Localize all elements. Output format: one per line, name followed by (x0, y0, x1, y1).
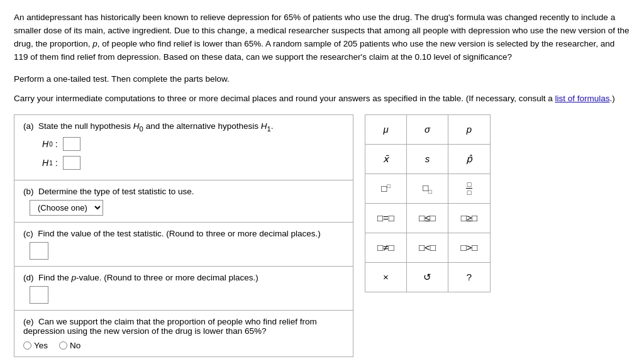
yes-text: Yes (34, 341, 48, 350)
h0-input[interactable] (63, 137, 80, 151)
list-of-formulas-link[interactable]: list of formulas (555, 94, 609, 103)
mu-symbol[interactable]: μ (365, 115, 407, 144)
no-text: No (70, 341, 80, 350)
question-e: (e) Can we support the claim that the pr… (14, 311, 353, 356)
h1-input[interactable] (63, 156, 80, 170)
equals-symbol[interactable]: □=□ (365, 204, 407, 233)
question-d-label: (d) Find the p-value. (Round to three or… (23, 273, 344, 282)
symbol-row-3: □□ □□ □□ (365, 174, 490, 204)
symbol-panel-inner: μ σ p x̄ s p̂ □□ □□ □□ (365, 115, 490, 292)
leq-symbol[interactable]: □≤□ (407, 204, 448, 233)
p-symbol[interactable]: p (448, 115, 490, 144)
gt-symbol[interactable]: □>□ (448, 233, 490, 262)
h1-line: H1 : (42, 156, 344, 170)
question-e-label: (e) Can we support the claim that the pr… (23, 317, 344, 336)
question-d: (d) Find the p-value. (Round to three or… (14, 267, 353, 311)
symbol-row-1: μ σ p (365, 115, 490, 145)
symbol-row-2: x̄ s p̂ (365, 145, 490, 174)
yes-no-group: Yes No (23, 341, 344, 350)
undo-symbol[interactable]: ↺ (407, 263, 448, 292)
question-c: (c) Find the value of the test statistic… (14, 223, 353, 267)
question-c-label: (c) Find the value of the test statistic… (23, 229, 344, 238)
symbol-row-4: □=□ □≤□ □≥□ (365, 204, 490, 233)
square-subscript-symbol[interactable]: □□ (407, 174, 448, 203)
symbol-row-6: × ↺ ? (365, 263, 490, 292)
question-a: (a) State the null hypothesis H0 and the… (14, 115, 353, 181)
h1-symbol: H (42, 158, 48, 168)
h1-colon: : (55, 158, 58, 168)
phat-symbol[interactable]: p̂ (448, 145, 490, 174)
yes-label[interactable]: Yes (23, 341, 48, 350)
question-b-label: (b) Determine the type of test statistic… (23, 187, 344, 196)
symbol-row-5: □≠□ □<□ □>□ (365, 233, 490, 263)
yes-radio[interactable] (23, 341, 31, 350)
geq-symbol[interactable]: □≥□ (448, 204, 490, 233)
question-symbol[interactable]: ? (448, 263, 490, 292)
h0-subscript: 0 (49, 141, 53, 148)
lt-symbol[interactable]: □<□ (407, 233, 448, 262)
h0-colon: : (55, 139, 58, 149)
h0-symbol: H (42, 139, 48, 149)
main-layout: (a) State the null hypothesis H0 and the… (14, 114, 630, 358)
intro-paragraph: An antidepressant has historically been … (14, 11, 630, 64)
question-b: (b) Determine the type of test statistic… (14, 180, 353, 223)
question-a-label: (a) State the null hypothesis H0 and the… (23, 121, 344, 133)
symbol-panel: μ σ p x̄ s p̂ □□ □□ □□ (365, 114, 491, 292)
h0-line: H0 : (42, 137, 344, 151)
no-label[interactable]: No (59, 341, 80, 350)
h1-subscript: 1 (49, 160, 53, 167)
s-symbol[interactable]: s (407, 145, 448, 174)
times-symbol[interactable]: × (365, 263, 407, 292)
carry-text: Carry your intermediate computations to … (14, 92, 630, 106)
test-statistic-dropdown[interactable]: (Choose one) z t Chi-square F (30, 200, 103, 216)
perform-text: Perform a one-tailed test. Then complete… (14, 73, 630, 86)
questions-panel: (a) State the null hypothesis H0 and the… (14, 114, 353, 358)
no-radio[interactable] (59, 341, 67, 350)
neq-symbol[interactable]: □≠□ (365, 233, 407, 262)
xbar-symbol[interactable]: x̄ (365, 145, 407, 174)
p-value-input[interactable] (30, 286, 48, 304)
square-superscript-symbol[interactable]: □□ (365, 174, 407, 203)
sigma-symbol[interactable]: σ (407, 115, 448, 144)
fraction-symbol[interactable]: □□ (448, 174, 490, 203)
test-stat-value-input[interactable] (30, 242, 48, 260)
